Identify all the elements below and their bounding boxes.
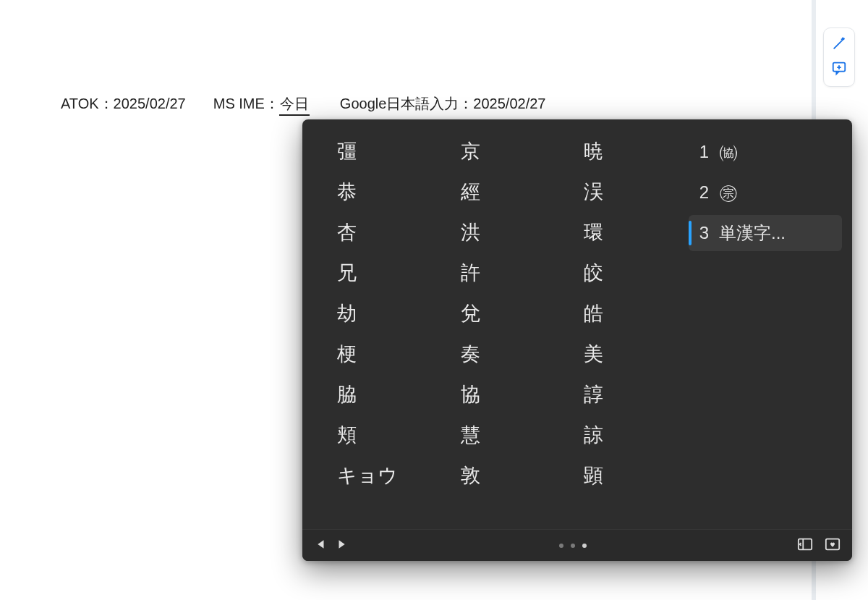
svg-marker-1	[318, 540, 323, 549]
document-text-line: ATOK： 2025/02/27 MS IME： 今日 Google日本語入力：…	[61, 94, 545, 116]
kanji-candidate[interactable]: 經	[442, 172, 566, 212]
kanji-candidate[interactable]: 慧	[442, 415, 566, 455]
kanji-candidate[interactable]: 頬	[318, 415, 442, 455]
side-toolbar	[823, 28, 855, 87]
page-dot[interactable]	[582, 544, 587, 548]
heart-panel-icon	[825, 537, 841, 554]
kanji-candidate-grid: 彊恭杏兄劫梗脇頬キョウ京經洪許兌奏協慧敦暁洖環皎皓美諄諒顕	[318, 131, 689, 525]
side-item-label: ㊪	[719, 180, 738, 206]
kanji-candidate[interactable]: 洪	[442, 212, 566, 253]
kanji-candidate[interactable]: 脇	[318, 374, 442, 415]
side-item-number: 3	[696, 223, 709, 243]
side-item-number: 2	[696, 182, 709, 203]
toggle-layout-button[interactable]	[794, 536, 816, 555]
triangle-left-icon	[317, 539, 326, 552]
kanji-candidate[interactable]: 諒	[565, 415, 689, 455]
kanji-candidate[interactable]: 許	[442, 253, 566, 293]
triangle-right-icon	[337, 539, 346, 552]
kanji-candidate[interactable]: 美	[565, 334, 689, 374]
magic-wand-icon	[831, 35, 847, 54]
magic-wand-button[interactable]	[827, 33, 851, 57]
prev-page-button[interactable]	[311, 536, 331, 556]
kanji-candidate[interactable]: 兌	[442, 293, 566, 334]
kanji-candidate[interactable]: 兄	[318, 253, 442, 293]
msime-label: MS IME：	[213, 94, 279, 114]
side-item-label: ㈿	[719, 140, 738, 165]
msime-conversion-target[interactable]: 今日	[279, 94, 310, 116]
page-dot[interactable]	[559, 544, 563, 548]
kanji-candidate[interactable]: 協	[442, 374, 566, 415]
kanji-candidate[interactable]: 皓	[565, 293, 689, 334]
ime-side-item[interactable]: 3単漢字...	[689, 215, 842, 251]
page-indicator	[352, 544, 794, 548]
kanji-candidate[interactable]: 環	[565, 212, 689, 253]
kanji-candidate[interactable]: 敦	[442, 455, 566, 496]
comment-plus-icon	[831, 60, 847, 79]
add-comment-button[interactable]	[827, 57, 851, 82]
google-ime-label: Google日本語入力：	[340, 94, 474, 114]
google-ime-value: 2025/02/27	[473, 96, 545, 112]
ime-body: 彊恭杏兄劫梗脇頬キョウ京經洪許兌奏協慧敦暁洖環皎皓美諄諒顕 1㈿2㊪3単漢字..…	[302, 119, 852, 529]
svg-marker-2	[339, 540, 345, 549]
next-page-button[interactable]	[331, 536, 352, 556]
ime-side-item[interactable]: 1㈿	[689, 134, 842, 170]
ime-footer	[302, 529, 852, 561]
kanji-candidate[interactable]: 洖	[565, 172, 689, 212]
kanji-candidate[interactable]: キョウ	[318, 455, 442, 496]
kanji-candidate[interactable]: 彊	[318, 131, 442, 172]
side-item-number: 1	[696, 142, 709, 162]
kanji-candidate[interactable]: 暁	[565, 131, 689, 172]
ime-side-item[interactable]: 2㊪	[689, 174, 842, 211]
kanji-candidate[interactable]: 劫	[318, 293, 442, 334]
atok-label: ATOK：	[61, 94, 114, 114]
kanji-candidate[interactable]: 奏	[442, 334, 566, 374]
panel-layout-icon	[797, 537, 813, 554]
kanji-candidate[interactable]: 京	[442, 131, 566, 172]
kanji-candidate[interactable]: 諄	[565, 374, 689, 415]
kanji-candidate[interactable]: 梗	[318, 334, 442, 374]
side-item-label: 単漢字...	[719, 221, 786, 245]
atok-value: 2025/02/27	[114, 96, 186, 112]
kanji-candidate[interactable]: 恭	[318, 172, 442, 212]
kanji-candidate[interactable]: 顕	[565, 455, 689, 496]
ime-side-list: 1㈿2㊪3単漢字...	[689, 131, 842, 525]
kanji-column: 暁洖環皎皓美諄諒顕	[565, 131, 689, 525]
ime-candidate-popup: 彊恭杏兄劫梗脇頬キョウ京經洪許兌奏協慧敦暁洖環皎皓美諄諒顕 1㈿2㊪3単漢字..…	[302, 119, 852, 561]
page-dot[interactable]	[571, 544, 575, 548]
kanji-candidate[interactable]: 杏	[318, 212, 442, 253]
kanji-column: 京經洪許兌奏協慧敦	[442, 131, 566, 525]
kanji-candidate[interactable]: 皎	[565, 253, 689, 293]
favorite-button[interactable]	[822, 536, 843, 555]
kanji-column: 彊恭杏兄劫梗脇頬キョウ	[318, 131, 442, 525]
